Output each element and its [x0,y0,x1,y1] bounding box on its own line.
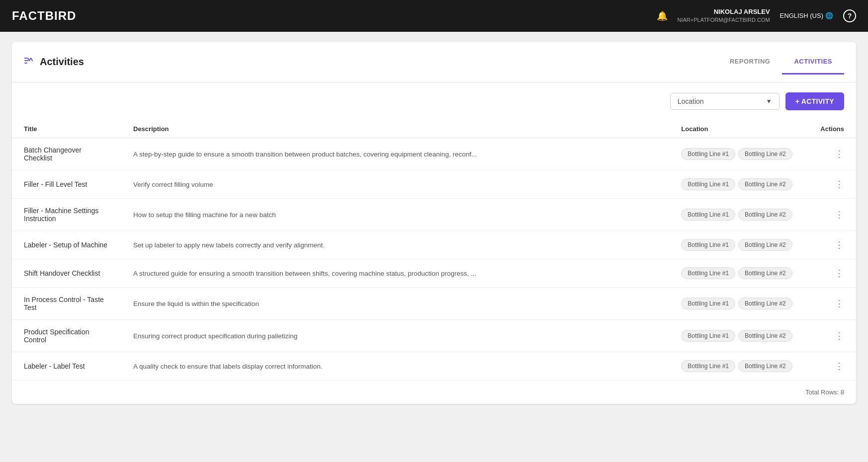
cell-description: A structured guide for ensuring a smooth… [121,259,669,288]
cell-actions: ⋮ [808,288,856,320]
location-tag: Bottling Line #2 [738,360,792,372]
cell-actions: ⋮ [808,320,856,352]
cell-title: Filler - Machine Settings Instruction [12,199,121,231]
language-selector[interactable]: ENGLISH (US) 🌐 [780,12,833,19]
tab-reporting[interactable]: REPORTING [718,50,782,75]
location-tag: Bottling Line #1 [681,148,735,160]
table-row: In Process Control - Taste TestEnsure th… [12,288,856,320]
cell-title: Batch Changeover Checklist [12,138,121,170]
location-tag: Bottling Line #2 [738,267,792,279]
table-header-row: Title Description Location Actions [12,120,856,138]
cell-title: In Process Control - Taste Test [12,288,121,320]
cell-location: Bottling Line #1Bottling Line #2 [669,259,808,288]
location-tag: Bottling Line #1 [681,298,735,309]
location-tag: Bottling Line #1 [681,360,735,372]
globe-icon: 🌐 [825,12,833,19]
cell-description: Ensure the liquid is within the specific… [121,288,669,320]
location-tag: Bottling Line #2 [738,330,792,342]
cell-title: Labeler - Label Test [12,352,121,381]
location-filter[interactable]: Location ▼ [670,93,780,110]
cell-description: How to setup the filling machine for a n… [121,199,669,231]
col-header-location: Location [669,120,808,138]
location-tag: Bottling Line #2 [738,178,792,190]
page-container: Activities REPORTING ACTIVITIES Location… [0,32,868,414]
col-header-actions: Actions [808,120,856,138]
header-tabs: REPORTING ACTIVITIES [718,50,844,74]
location-filter-label: Location [678,97,704,105]
cell-description: A quality check to ensure that labels di… [121,352,669,381]
tab-activities[interactable]: ACTIVITIES [782,50,844,75]
location-tag: Bottling Line #2 [738,209,792,221]
cell-title: Labeler - Setup of Machine [12,231,121,259]
cell-location: Bottling Line #1Bottling Line #2 [669,138,808,170]
more-actions-button[interactable]: ⋮ [820,330,844,341]
cell-location: Bottling Line #1Bottling Line #2 [669,288,808,320]
more-actions-button[interactable]: ⋮ [820,239,844,250]
location-tag: Bottling Line #1 [681,267,735,279]
activities-icon [24,55,35,69]
table-row: Shift Handover ChecklistA structured gui… [12,259,856,288]
bell-icon[interactable]: 🔔 [657,10,668,21]
col-header-description: Description [121,120,669,138]
cell-actions: ⋮ [808,199,856,231]
table-footer: Total Rows: 8 [12,380,856,404]
table-row: Filler - Fill Level TestVerify correct f… [12,170,856,199]
page-header: Activities REPORTING ACTIVITIES [12,42,856,82]
location-tag: Bottling Line #2 [738,148,792,160]
cell-actions: ⋮ [808,170,856,199]
location-tag: Bottling Line #1 [681,330,735,342]
main-card: Activities REPORTING ACTIVITIES Location… [12,42,856,404]
activities-table: Title Description Location Actions Batch… [12,120,856,380]
cell-location: Bottling Line #1Bottling Line #2 [669,352,808,381]
location-tag: Bottling Line #1 [681,178,735,190]
add-activity-button[interactable]: + ACTIVITY [785,92,844,110]
cell-description: Set up labeler to apply new labels corre… [121,231,669,259]
cell-description: Ensuring correct product specification d… [121,320,669,352]
cell-description: A step-by-step guide to ensure a smooth … [121,138,669,170]
logo: FACTBIRD [12,9,76,23]
chevron-down-icon: ▼ [766,98,772,105]
cell-actions: ⋮ [808,352,856,381]
more-actions-button[interactable]: ⋮ [820,268,844,279]
user-name: NIKOLAJ ARSLEV [678,7,770,16]
more-actions-button[interactable]: ⋮ [820,149,844,159]
cell-actions: ⋮ [808,259,856,288]
total-rows-label: Total Rows: 8 [805,388,844,396]
cell-location: Bottling Line #1Bottling Line #2 [669,170,808,199]
location-tag: Bottling Line #2 [738,239,792,251]
location-tag: Bottling Line #1 [681,239,735,251]
table-row: Labeler - Setup of MachineSet up labeler… [12,231,856,259]
more-actions-button[interactable]: ⋮ [820,298,844,309]
table-row: Product Specification ControlEnsuring co… [12,320,856,352]
cell-location: Bottling Line #1Bottling Line #2 [669,320,808,352]
cell-actions: ⋮ [808,231,856,259]
toolbar: Location ▼ + ACTIVITY [12,82,856,120]
user-email: NIAR+PLATFORM@FACTBIRD.COM [678,16,770,24]
cell-title: Shift Handover Checklist [12,259,121,288]
table-row: Filler - Machine Settings InstructionHow… [12,199,856,231]
location-tag: Bottling Line #1 [681,209,735,221]
cell-description: Verify correct filling volume [121,170,669,199]
page-title: Activities [40,56,84,68]
help-button[interactable]: ? [843,9,856,22]
cell-actions: ⋮ [808,138,856,170]
more-actions-button[interactable]: ⋮ [820,179,844,190]
cell-title: Product Specification Control [12,320,121,352]
table-row: Labeler - Label TestA quality check to e… [12,352,856,381]
cell-title: Filler - Fill Level Test [12,170,121,199]
table-row: Batch Changeover ChecklistA step-by-step… [12,138,856,170]
navbar: FACTBIRD 🔔 NIKOLAJ ARSLEV NIAR+PLATFORM@… [0,0,868,32]
more-actions-button[interactable]: ⋮ [820,361,844,372]
more-actions-button[interactable]: ⋮ [820,209,844,220]
language-label: ENGLISH (US) [780,12,823,19]
page-title-wrap: Activities [24,55,84,69]
cell-location: Bottling Line #1Bottling Line #2 [669,199,808,231]
nav-right: 🔔 NIKOLAJ ARSLEV NIAR+PLATFORM@FACTBIRD.… [657,7,856,24]
col-header-title: Title [12,120,121,138]
user-info: NIKOLAJ ARSLEV NIAR+PLATFORM@FACTBIRD.CO… [678,7,770,24]
location-tag: Bottling Line #2 [738,298,792,309]
cell-location: Bottling Line #1Bottling Line #2 [669,231,808,259]
